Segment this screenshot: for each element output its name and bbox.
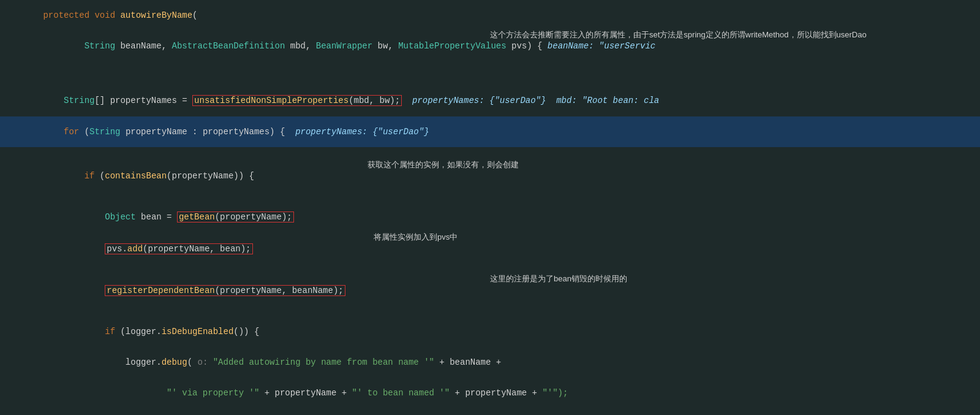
outlined-register: registerDependentBean(propertyName, bean… bbox=[105, 285, 345, 296]
code-line-4: String[] propertyNames = unsatisfiedNonS… bbox=[0, 85, 980, 116]
code-line-8-content: Object bean = getBean(propertyName); bbox=[0, 202, 980, 232]
code-line-14: } bbox=[0, 408, 980, 415]
outlined-method-1: unsatisfiedNonSimpleProperties(mbd, bw); bbox=[192, 95, 402, 106]
code-line-4-content: String[] propertyNames = unsatisfiedNonS… bbox=[0, 85, 980, 116]
outlined-pvs-add: pvs.add(propertyName, bean); bbox=[105, 243, 252, 254]
code-line-12: logger.debug( o: "Added autowiring by na… bbox=[0, 347, 980, 378]
code-line-5: for (String propertyName : propertyNames… bbox=[0, 116, 980, 147]
keyword-protected: protected bbox=[43, 10, 89, 20]
type-string: String bbox=[85, 41, 115, 51]
outlined-method-2: getBean(propertyName); bbox=[177, 211, 294, 223]
code-line-9: pvs.add(propertyName, bean); 将属性实例加入到pvs… bbox=[0, 233, 980, 275]
annotation-line9-cn: 将属性实例加入到pvs中 bbox=[374, 232, 458, 243]
annotation-line2-cn: 这个方法会去推断需要注入的所有属性，由于set方法是spring定义的所谓wri… bbox=[490, 29, 867, 40]
code-editor: protected void autowireByName( String be… bbox=[0, 0, 980, 415]
keyword-void: void bbox=[94, 10, 115, 20]
param-annotation-1: beanName: "userServic bbox=[548, 41, 655, 51]
code-line-11-content: if (logger.isDebugEnabled()) { bbox=[0, 317, 980, 346]
code-line-2-content: String beanName, AbstractBeanDefinition … bbox=[0, 31, 980, 70]
code-line-13: "' via property '" + propertyName + "' t… bbox=[0, 378, 980, 408]
code-line-3 bbox=[0, 71, 980, 85]
code-line-6 bbox=[0, 147, 980, 161]
code-line-8: Object bean = getBean(propertyName); bbox=[0, 201, 980, 233]
code-line-11: if (logger.isDebugEnabled()) { bbox=[0, 316, 980, 347]
code-line-7-content: if (containsBean(propertyName)) { 获取这个属性… bbox=[0, 161, 980, 200]
code-line-1: protected void autowireByName( bbox=[0, 0, 980, 31]
code-line-10: registerDependentBean(propertyName, bean… bbox=[0, 275, 980, 316]
code-line-1-content: protected void autowireByName( bbox=[0, 1, 980, 30]
code-line-5-content: for (String propertyName : propertyNames… bbox=[0, 117, 980, 147]
code-line-9-content: pvs.add(propertyName, bean); 将属性实例加入到pvs… bbox=[0, 234, 980, 274]
code-line-2: String beanName, AbstractBeanDefinition … bbox=[0, 31, 980, 71]
code-line-13-content: "' via property '" + propertyName + "' t… bbox=[0, 378, 980, 408]
code-line-7: if (containsBean(propertyName)) { 获取这个属性… bbox=[0, 161, 980, 201]
annotation-line10-cn: 这里的注册是为了bean销毁的时候用的 bbox=[490, 273, 627, 284]
annotation-line7-cn: 获取这个属性的实例，如果没有，则会创建 bbox=[368, 159, 519, 170]
code-line-10-content: registerDependentBean(propertyName, bean… bbox=[0, 275, 980, 316]
code-line-12-content: logger.debug( o: "Added autowiring by na… bbox=[0, 348, 980, 377]
method-name: autowireByName bbox=[120, 10, 192, 20]
